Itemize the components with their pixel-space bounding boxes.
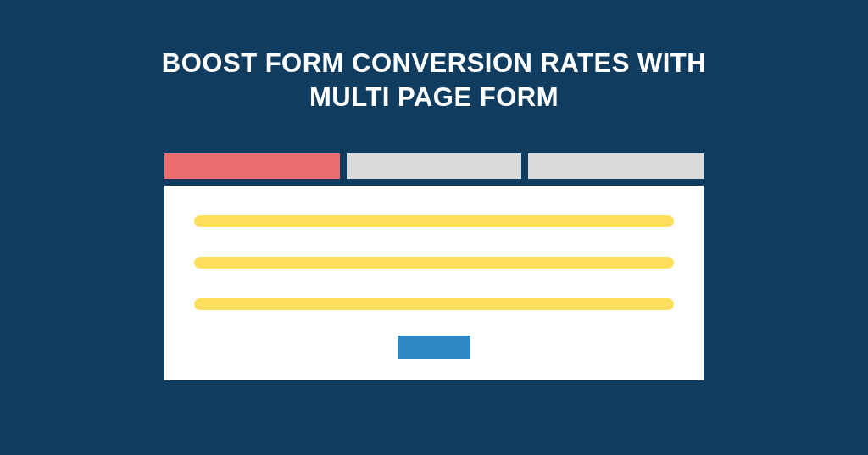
step-1[interactable] [164,153,340,179]
form-field-1[interactable] [194,215,674,227]
step-2[interactable] [347,153,522,179]
form-field-2[interactable] [194,257,674,269]
title-line-2: MULTI PAGE FORM [309,82,559,112]
page-title: BOOST FORM CONVERSION RATES WITH MULTI P… [162,47,706,115]
submit-button[interactable] [398,336,470,359]
title-line-1: BOOST FORM CONVERSION RATES WITH [162,48,706,78]
progress-steps [164,153,704,179]
form-field-3[interactable] [194,298,674,310]
step-3[interactable] [528,153,704,179]
form-card [164,186,704,380]
